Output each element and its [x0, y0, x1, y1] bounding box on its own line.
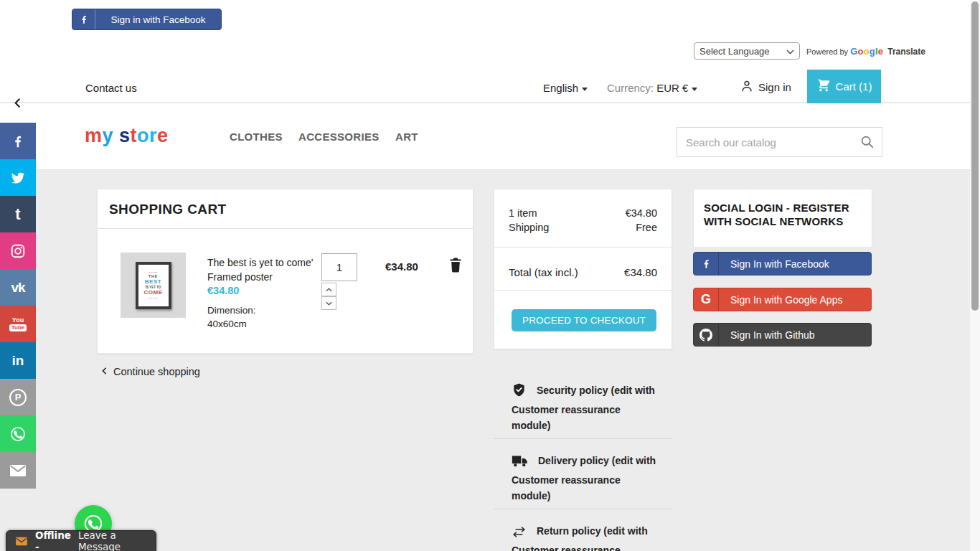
facebook-signin-button[interactable]: Sign in with Facebook — [72, 9, 222, 30]
live-chat-offline-bar[interactable]: Offline - Leave a Message — [6, 530, 156, 551]
sidebar-instagram-button[interactable] — [0, 232, 36, 269]
product-line-total: €34.80 — [385, 260, 418, 273]
continue-shopping-link[interactable]: Continue shopping — [100, 366, 200, 377]
contact-us-link[interactable]: Contact us — [85, 82, 137, 94]
nav-item-clothes[interactable]: CLOTHES — [230, 131, 283, 143]
social-login-github-button[interactable]: Sign In with Github — [693, 323, 872, 347]
quantity-increment-button[interactable] — [321, 283, 336, 296]
delivery-policy-text: Delivery policy (edit with Customer reas… — [512, 455, 656, 501]
scrollbar-track[interactable] — [970, 0, 980, 551]
sidebar-vk-button[interactable]: vk — [0, 269, 36, 306]
vk-icon: vk — [11, 280, 24, 296]
search-box — [677, 127, 882, 157]
summary-total-value: €34.80 — [624, 266, 657, 278]
divider — [494, 247, 672, 248]
chevron-down-icon — [582, 88, 588, 91]
sidebar-tumblr-button[interactable]: t — [0, 196, 36, 232]
cart-button[interactable]: Cart (1) — [807, 70, 881, 103]
instagram-icon — [10, 243, 26, 259]
product-attribute-value: 40x60cm — [207, 319, 247, 329]
truck-icon — [512, 454, 528, 472]
sidebar-pinterest-button[interactable]: P — [0, 379, 36, 415]
summary-items-label: 1 item — [509, 207, 537, 219]
powered-by-label: Powered by — [806, 47, 848, 56]
google-translate-credit: Powered by Google Translate — [806, 46, 925, 57]
poster-frame: • • • • • THE BEST IS YET TO COME • • • … — [136, 262, 171, 309]
sidebar-facebook-button[interactable] — [0, 123, 36, 159]
language-dropdown[interactable]: English — [543, 82, 588, 94]
return-policy-text: Return policy (edit with Customer reassu… — [512, 525, 648, 551]
security-policy-block: Security policy (edit with Customer reas… — [494, 382, 672, 433]
sidebar-youtube-button[interactable]: YouTube — [0, 306, 36, 342]
language-select-value: Select Language — [699, 46, 770, 57]
whatsapp-icon — [9, 425, 27, 443]
cart-summary-card: 1 item €34.80 Shipping Free Total (tax i… — [494, 189, 672, 349]
summary-shipping-row: Shipping Free — [509, 222, 657, 233]
store-logo[interactable]: mystore — [85, 125, 169, 147]
user-icon — [740, 79, 754, 95]
summary-total-row: Total (tax incl.) €34.80 — [509, 266, 657, 278]
sidebar-email-button[interactable] — [0, 452, 36, 489]
continue-shopping-label: Continue shopping — [113, 366, 200, 377]
social-login-facebook-label: Sign In with Facebook — [730, 258, 829, 270]
social-login-github-label: Sign In with Github — [730, 329, 815, 341]
sign-in-link[interactable]: Sign in — [740, 79, 791, 95]
page-title: SHOPPING CART — [109, 202, 227, 217]
delete-item-button[interactable] — [448, 257, 464, 274]
youtube-icon: YouTube — [9, 317, 27, 331]
google-logo: Google — [850, 46, 883, 57]
collapse-social-bar-icon[interactable] — [12, 98, 23, 111]
summary-shipping-label: Shipping — [509, 222, 549, 233]
linkedin-icon: in — [12, 353, 24, 369]
quantity-widget — [321, 253, 363, 314]
envelope-icon — [9, 464, 27, 477]
chevron-down-icon — [692, 88, 697, 91]
product-thumbnail[interactable]: • • • • • THE BEST IS YET TO COME • • • … — [121, 253, 186, 318]
divider — [494, 438, 672, 439]
security-policy-text: Security policy (edit with Customer reas… — [512, 385, 655, 431]
summary-items-row: 1 item €34.80 — [509, 207, 657, 219]
facebook-icon — [72, 9, 95, 29]
facebook-signin-label: Sign in with Facebook — [95, 14, 221, 25]
tumblr-icon: t — [15, 205, 20, 224]
social-login-google-button[interactable]: G Sign In with Google Apps — [693, 288, 872, 311]
social-login-google-label: Sign In with Google Apps — [730, 294, 842, 306]
facebook-icon — [694, 253, 719, 275]
quantity-decrement-button[interactable] — [321, 296, 336, 310]
twitter-icon — [10, 170, 26, 186]
summary-shipping-value: Free — [636, 222, 657, 233]
product-unit-price: €34.80 — [207, 285, 239, 296]
sidebar-twitter-button[interactable] — [0, 159, 36, 196]
product-name-link[interactable]: The best is yet to come' Framed poster — [207, 255, 315, 284]
google-icon: G — [694, 288, 719, 311]
nav-item-art[interactable]: ART — [395, 131, 418, 143]
social-login-heading-card: SOCIAL LOGIN - REGISTER WITH SOCIAL NETW… — [693, 189, 872, 248]
divider — [98, 228, 473, 229]
chevron-down-icon — [786, 46, 794, 57]
github-icon — [694, 324, 719, 346]
translate-label: Translate — [887, 47, 925, 57]
product-attribute-label: Dimension: — [207, 305, 256, 316]
cart-label: Cart (1) — [836, 80, 872, 93]
sidebar-linkedin-button[interactable]: in — [0, 342, 36, 379]
scrollbar-thumb[interactable] — [971, 1, 979, 311]
currency-value: EUR € — [656, 82, 688, 94]
envelope-icon — [15, 537, 28, 546]
chevron-left-icon — [100, 366, 108, 377]
summary-total-label: Total (tax incl.) — [509, 266, 578, 278]
search-input[interactable] — [677, 136, 853, 149]
trash-icon — [448, 257, 463, 273]
chat-status-label: Offline - — [35, 529, 71, 551]
divider — [494, 509, 672, 509]
chat-message-label: Leave a Message — [78, 529, 147, 551]
sidebar-whatsapp-button[interactable] — [0, 415, 36, 452]
proceed-to-checkout-button[interactable]: PROCEED TO CHECKOUT — [512, 309, 656, 331]
currency-dropdown[interactable]: Currency: EUR € — [607, 82, 697, 94]
nav-item-accessories[interactable]: ACCESSORIES — [298, 131, 380, 143]
pinterest-icon: P — [9, 389, 27, 406]
quantity-input[interactable] — [321, 253, 357, 281]
language-select[interactable]: Select Language — [694, 42, 800, 60]
search-icon[interactable] — [853, 135, 882, 149]
social-login-facebook-button[interactable]: Sign In with Facebook — [693, 252, 872, 276]
facebook-icon — [11, 134, 25, 149]
